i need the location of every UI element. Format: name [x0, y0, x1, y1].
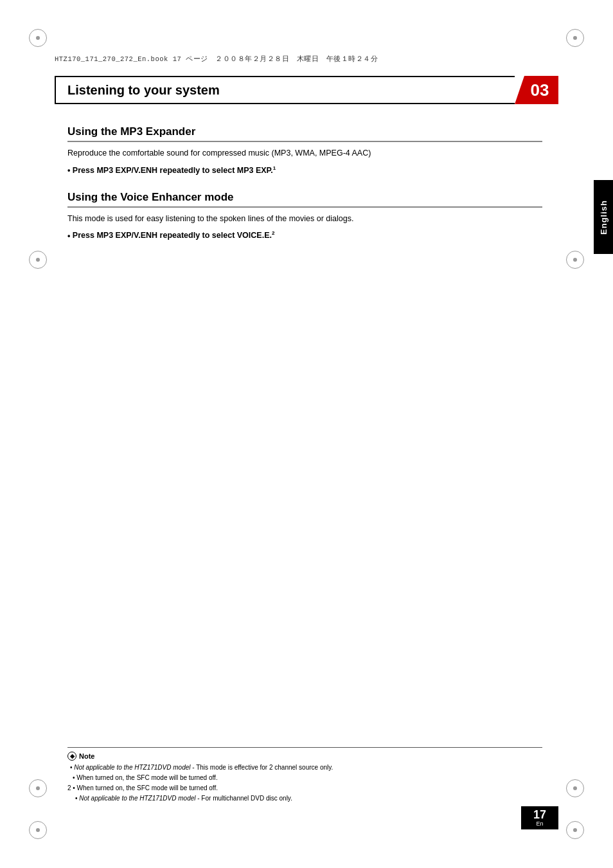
registration-mark-br	[566, 821, 584, 839]
main-content: Using the MP3 Expander Reproduce the com…	[67, 125, 542, 256]
page-number-box: 17 En	[521, 806, 558, 829]
registration-mark-tl	[29, 29, 47, 47]
section-mp3-expander-body: Reproduce the comfortable sound for comp…	[67, 147, 542, 159]
footer-note-header: ◆ Note	[67, 752, 542, 761]
section-mp3-expander: Using the MP3 Expander Reproduce the com…	[67, 125, 542, 177]
footer-note-4: • Not applicable to the HTZ171DVD model …	[67, 793, 542, 804]
language-tab-text: English	[599, 200, 609, 235]
language-tab: English	[594, 180, 613, 254]
chapter-number-box: 03	[515, 76, 558, 104]
section-voice-enhancer-instruction: Press MP3 EXP/V.ENH repeatedly to select…	[67, 230, 542, 242]
registration-mark-bl	[29, 821, 47, 839]
footer-notes: ◆ Note • Not applicable to the HTZ171DVD…	[67, 747, 542, 804]
page-lang: En	[536, 821, 543, 827]
meta-text: HTZ170_171_270_272_En.book 17 ページ ２００８年２…	[55, 55, 378, 64]
section-mp3-expander-title: Using the MP3 Expander	[67, 125, 542, 142]
footer-note-1: • Not applicable to the HTZ171DVD model …	[67, 763, 542, 773]
chapter-number: 03	[524, 80, 549, 100]
page-number: 17	[533, 809, 546, 822]
footer-note-3: 2 • When turned on, the SFC mode will be…	[67, 783, 542, 793]
section-voice-enhancer: Using the Voice Enhancer mode This mode …	[67, 191, 542, 242]
chapter-header: Listening to your system 03	[55, 76, 558, 104]
chapter-title: Listening to your system	[67, 83, 220, 98]
registration-mark-tr	[566, 29, 584, 47]
footer-note-1-italic: Not applicable to the HTZ171DVD model	[74, 764, 190, 771]
note-label: Note	[79, 752, 94, 760]
section-mp3-expander-instruction: Press MP3 EXP/V.ENH repeatedly to select…	[67, 165, 542, 177]
registration-mark-ml-bot	[29, 779, 47, 797]
footer-note-4-italic: Not applicable to the HTZ171DVD model	[79, 795, 195, 802]
registration-mark-mr-bot	[566, 779, 584, 797]
section-voice-enhancer-body: This mode is used for easy listening to …	[67, 213, 542, 225]
meta-bar: HTZ170_171_270_272_En.book 17 ページ ２００８年２…	[55, 55, 558, 64]
chapter-title-box: Listening to your system	[55, 76, 515, 104]
footer-note-2: • When turned on, the SFC mode will be t…	[67, 773, 542, 783]
registration-mark-ml-top	[29, 251, 47, 269]
section-voice-enhancer-title: Using the Voice Enhancer mode	[67, 191, 542, 208]
registration-mark-mr-top	[566, 251, 584, 269]
note-icon: ◆	[67, 752, 76, 761]
